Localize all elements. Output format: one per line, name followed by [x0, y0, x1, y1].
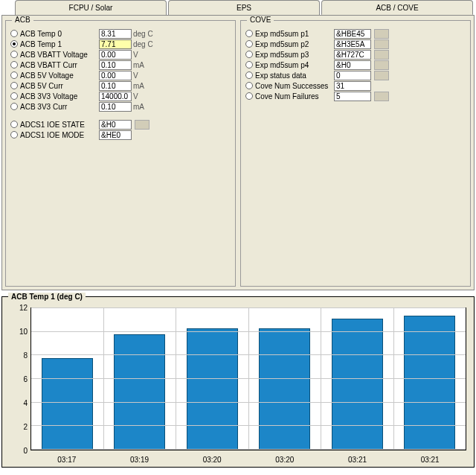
- telemetry-row: Cove Num Failures5: [245, 91, 466, 101]
- telemetry-label: ACB Temp 0: [20, 30, 99, 38]
- color-swatch: [135, 120, 149, 130]
- chart-title: ACB Temp 1 (deg C): [8, 293, 86, 301]
- telemetry-unit: mA: [133, 82, 155, 90]
- telemetry-value[interactable]: &H3E5A: [334, 39, 371, 49]
- telemetry-unit: V: [133, 51, 155, 59]
- chart-ytick: 10: [2, 328, 28, 336]
- chart-bar: [114, 334, 165, 450]
- telemetry-row: Exp md5sum p2&H3E5A: [245, 39, 466, 49]
- telemetry-label: Exp status data: [255, 71, 334, 80]
- chart-xtick: 03:21: [328, 456, 387, 464]
- telemetry-label: ACB Temp 1: [20, 40, 99, 48]
- color-swatch: [374, 29, 389, 39]
- tab-fcpu-solar[interactable]: FCPU / Solar: [15, 0, 167, 15]
- chart-bar-cell: [104, 308, 177, 450]
- telemetry-label: ACB 5V Curr: [20, 82, 99, 90]
- group-cove: COVE Exp md5sum p1&HBE45Exp md5sum p2&H3…: [240, 20, 471, 287]
- telemetry-label: ADCS1 IOE MODE: [20, 131, 99, 139]
- telemetry-row: ACB 3V3 Curr0.10mA: [10, 101, 231, 112]
- telemetry-row: ACB Temp 08.31deg C: [10, 28, 231, 39]
- telemetry-label: Cove Num Successes: [255, 82, 334, 90]
- radio-icon[interactable]: [10, 103, 18, 110]
- radio-icon[interactable]: [10, 71, 18, 79]
- telemetry-unit: V: [133, 71, 155, 80]
- tab-label: FCPU / Solar: [69, 4, 113, 12]
- chart-xtick: 03:17: [37, 456, 97, 464]
- radio-icon[interactable]: [10, 121, 18, 128]
- telemetry-label: ACB 3V3 Voltage: [20, 92, 99, 101]
- telemetry-value[interactable]: &HBE45: [334, 29, 371, 39]
- chart-plot-area: [30, 307, 466, 450]
- radio-icon[interactable]: [10, 92, 18, 100]
- chart-ytick: 4: [2, 399, 28, 407]
- telemetry-label: ACB VBATT Curr: [20, 61, 99, 69]
- telemetry-value[interactable]: &H727C: [334, 50, 371, 60]
- chart-xtick: 03:21: [400, 456, 460, 464]
- radio-icon[interactable]: [245, 92, 253, 100]
- telemetry-row: Exp md5sum p4&H0: [245, 60, 466, 70]
- radio-icon[interactable]: [245, 61, 253, 68]
- group-title: COVE: [247, 16, 274, 24]
- telemetry-value[interactable]: 0.00: [99, 71, 132, 80]
- color-swatch: [374, 71, 389, 80]
- telemetry-unit: deg C: [133, 40, 155, 48]
- radio-icon[interactable]: [10, 30, 18, 37]
- telemetry-value[interactable]: &HE0: [99, 130, 132, 140]
- telemetry-label: Exp md5sum p4: [255, 61, 334, 69]
- color-swatch: [374, 92, 389, 101]
- telemetry-value[interactable]: 14000.0: [99, 92, 132, 101]
- radio-icon[interactable]: [245, 40, 253, 48]
- telemetry-label: ACB 3V3 Curr: [20, 103, 99, 111]
- telemetry-value[interactable]: 0.10: [99, 60, 132, 70]
- tab-eps[interactable]: EPS: [168, 0, 320, 15]
- radio-icon[interactable]: [10, 51, 18, 58]
- telemetry-value[interactable]: 0.00: [99, 50, 132, 60]
- chart-bar: [42, 358, 93, 450]
- telemetry-value[interactable]: &H0: [99, 120, 132, 130]
- radio-icon[interactable]: [245, 71, 253, 79]
- chart-xtick: 03:19: [110, 456, 170, 464]
- radio-icon[interactable]: [10, 131, 18, 138]
- telemetry-label: Exp md5sum p2: [255, 40, 334, 48]
- telemetry-value[interactable]: 8.31: [99, 29, 132, 39]
- telemetry-label: Cove Num Failures: [255, 92, 334, 101]
- group-title: ACB: [12, 16, 33, 24]
- chart-bar: [404, 316, 455, 450]
- telemetry-row: ACB Temp 17.71deg C: [10, 39, 231, 49]
- telemetry-label: ACB 5V Voltage: [20, 71, 99, 80]
- radio-icon[interactable]: [245, 82, 253, 89]
- telemetry-row: ADCS1 IOE MODE&HE0: [10, 130, 231, 140]
- radio-icon[interactable]: [10, 82, 18, 89]
- chart-bar-cell: [321, 308, 394, 450]
- telemetry-row: ACB 5V Voltage0.00V: [10, 70, 231, 80]
- chart-bar: [259, 328, 310, 450]
- tab-panel-acb-cove: ACB ACB Temp 08.31deg CACB Temp 17.71deg…: [1, 15, 475, 290]
- chart-bar: [187, 328, 238, 450]
- telemetry-value[interactable]: 31: [334, 81, 371, 91]
- telemetry-value[interactable]: 7.71: [99, 39, 132, 49]
- chart-xtick: 03:20: [255, 456, 315, 464]
- radio-icon[interactable]: [10, 40, 18, 48]
- telemetry-row: ACB VBATT Voltage0.00V: [10, 49, 231, 60]
- radio-icon[interactable]: [245, 30, 253, 37]
- telemetry-row: ACB VBATT Curr0.10mA: [10, 60, 231, 70]
- telemetry-value[interactable]: 0: [334, 71, 371, 80]
- telemetry-label: Exp md5sum p1: [255, 30, 334, 38]
- color-swatch: [374, 60, 389, 70]
- telemetry-row: Exp md5sum p1&HBE45: [245, 28, 466, 39]
- radio-icon[interactable]: [10, 61, 18, 68]
- chart-ytick: 12: [2, 304, 28, 312]
- chart-bar-cell: [249, 308, 322, 450]
- tab-label: ACB / COVE: [376, 4, 418, 12]
- telemetry-row: ACB 5V Curr0.10mA: [10, 80, 231, 91]
- telemetry-value[interactable]: 5: [334, 92, 371, 101]
- color-swatch: [374, 50, 389, 60]
- telemetry-value[interactable]: 0.10: [99, 81, 132, 91]
- radio-icon[interactable]: [245, 51, 253, 58]
- telemetry-value[interactable]: &H0: [334, 60, 371, 70]
- telemetry-unit: mA: [133, 61, 155, 69]
- tab-acb-cove[interactable]: ACB / COVE: [321, 0, 473, 15]
- telemetry-unit: deg C: [133, 30, 155, 38]
- chart-bar-cell: [31, 308, 104, 450]
- telemetry-value[interactable]: 0.10: [99, 102, 132, 112]
